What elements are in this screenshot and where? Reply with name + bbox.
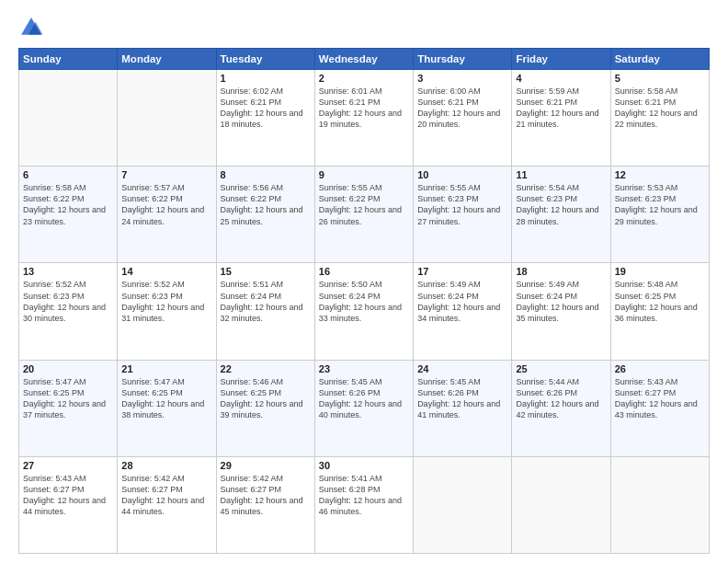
day-number: 9 bbox=[319, 169, 409, 180]
day-info: Sunrise: 5:43 AM Sunset: 6:27 PM Dayligh… bbox=[23, 473, 113, 518]
day-info: Sunrise: 5:47 AM Sunset: 6:25 PM Dayligh… bbox=[121, 376, 211, 421]
day-number: 23 bbox=[319, 363, 409, 374]
calendar-cell bbox=[512, 456, 610, 553]
day-number: 6 bbox=[23, 169, 113, 180]
calendar-cell: 30Sunrise: 5:41 AM Sunset: 6:28 PM Dayli… bbox=[314, 456, 413, 553]
weekday-header-tuesday: Tuesday bbox=[216, 49, 314, 70]
calendar-cell: 20Sunrise: 5:47 AM Sunset: 6:25 PM Dayli… bbox=[19, 360, 118, 456]
day-info: Sunrise: 5:48 AM Sunset: 6:25 PM Dayligh… bbox=[615, 279, 705, 324]
day-info: Sunrise: 5:52 AM Sunset: 6:23 PM Dayligh… bbox=[121, 279, 211, 324]
day-number: 25 bbox=[516, 363, 606, 374]
calendar-cell: 1Sunrise: 6:02 AM Sunset: 6:21 PM Daylig… bbox=[216, 70, 314, 167]
calendar-table: SundayMondayTuesdayWednesdayThursdayFrid… bbox=[18, 48, 710, 554]
calendar-cell: 4Sunrise: 5:59 AM Sunset: 6:21 PM Daylig… bbox=[512, 70, 610, 167]
calendar-cell: 9Sunrise: 5:55 AM Sunset: 6:22 PM Daylig… bbox=[314, 167, 413, 263]
day-info: Sunrise: 5:55 AM Sunset: 6:23 PM Dayligh… bbox=[417, 182, 507, 227]
day-info: Sunrise: 5:43 AM Sunset: 6:27 PM Dayligh… bbox=[615, 376, 705, 421]
day-info: Sunrise: 5:58 AM Sunset: 6:21 PM Dayligh… bbox=[615, 86, 705, 131]
day-number: 13 bbox=[23, 266, 113, 277]
calendar-cell: 6Sunrise: 5:58 AM Sunset: 6:22 PM Daylig… bbox=[19, 167, 118, 263]
day-number: 4 bbox=[516, 73, 606, 84]
calendar-cell: 15Sunrise: 5:51 AM Sunset: 6:24 PM Dayli… bbox=[216, 263, 314, 360]
header bbox=[18, 15, 710, 40]
day-info: Sunrise: 5:52 AM Sunset: 6:23 PM Dayligh… bbox=[23, 279, 113, 324]
logo-icon bbox=[18, 15, 44, 40]
day-info: Sunrise: 5:49 AM Sunset: 6:24 PM Dayligh… bbox=[516, 279, 606, 324]
day-number: 8 bbox=[221, 169, 311, 180]
day-number: 18 bbox=[516, 266, 606, 277]
calendar-cell: 22Sunrise: 5:46 AM Sunset: 6:25 PM Dayli… bbox=[216, 360, 314, 456]
day-info: Sunrise: 5:42 AM Sunset: 6:27 PM Dayligh… bbox=[121, 473, 211, 518]
calendar-week-3: 13Sunrise: 5:52 AM Sunset: 6:23 PM Dayli… bbox=[19, 263, 710, 360]
calendar-cell: 11Sunrise: 5:54 AM Sunset: 6:23 PM Dayli… bbox=[512, 167, 610, 263]
day-info: Sunrise: 5:41 AM Sunset: 6:28 PM Dayligh… bbox=[319, 473, 409, 518]
calendar-cell: 28Sunrise: 5:42 AM Sunset: 6:27 PM Dayli… bbox=[118, 456, 216, 553]
day-info: Sunrise: 5:56 AM Sunset: 6:22 PM Dayligh… bbox=[221, 182, 311, 227]
day-info: Sunrise: 5:57 AM Sunset: 6:22 PM Dayligh… bbox=[121, 182, 211, 227]
day-info: Sunrise: 5:54 AM Sunset: 6:23 PM Dayligh… bbox=[516, 182, 606, 227]
calendar-cell: 13Sunrise: 5:52 AM Sunset: 6:23 PM Dayli… bbox=[19, 263, 118, 360]
day-number: 27 bbox=[23, 460, 113, 471]
calendar-cell: 21Sunrise: 5:47 AM Sunset: 6:25 PM Dayli… bbox=[118, 360, 216, 456]
day-number: 24 bbox=[417, 363, 507, 374]
calendar-cell: 16Sunrise: 5:50 AM Sunset: 6:24 PM Dayli… bbox=[314, 263, 413, 360]
weekday-header-saturday: Saturday bbox=[610, 49, 709, 70]
day-number: 10 bbox=[417, 169, 507, 180]
calendar-week-1: 1Sunrise: 6:02 AM Sunset: 6:21 PM Daylig… bbox=[19, 70, 710, 167]
day-info: Sunrise: 5:59 AM Sunset: 6:21 PM Dayligh… bbox=[516, 86, 606, 131]
day-number: 29 bbox=[221, 460, 311, 471]
calendar-cell: 19Sunrise: 5:48 AM Sunset: 6:25 PM Dayli… bbox=[610, 263, 709, 360]
calendar-cell: 2Sunrise: 6:01 AM Sunset: 6:21 PM Daylig… bbox=[314, 70, 413, 167]
calendar-cell: 8Sunrise: 5:56 AM Sunset: 6:22 PM Daylig… bbox=[216, 167, 314, 263]
day-info: Sunrise: 5:46 AM Sunset: 6:25 PM Dayligh… bbox=[221, 376, 311, 421]
calendar-cell: 27Sunrise: 5:43 AM Sunset: 6:27 PM Dayli… bbox=[19, 456, 118, 553]
day-number: 5 bbox=[615, 73, 705, 84]
calendar-cell: 25Sunrise: 5:44 AM Sunset: 6:26 PM Dayli… bbox=[512, 360, 610, 456]
day-info: Sunrise: 5:44 AM Sunset: 6:26 PM Dayligh… bbox=[516, 376, 606, 421]
calendar-cell: 18Sunrise: 5:49 AM Sunset: 6:24 PM Dayli… bbox=[512, 263, 610, 360]
weekday-header-wednesday: Wednesday bbox=[314, 49, 413, 70]
day-number: 3 bbox=[417, 73, 507, 84]
day-info: Sunrise: 5:53 AM Sunset: 6:23 PM Dayligh… bbox=[615, 182, 705, 227]
calendar-header-row: SundayMondayTuesdayWednesdayThursdayFrid… bbox=[19, 49, 710, 70]
day-number: 17 bbox=[417, 266, 507, 277]
day-info: Sunrise: 5:51 AM Sunset: 6:24 PM Dayligh… bbox=[221, 279, 311, 324]
day-info: Sunrise: 6:00 AM Sunset: 6:21 PM Dayligh… bbox=[417, 86, 507, 131]
day-info: Sunrise: 5:49 AM Sunset: 6:24 PM Dayligh… bbox=[417, 279, 507, 324]
calendar-cell: 10Sunrise: 5:55 AM Sunset: 6:23 PM Dayli… bbox=[414, 167, 512, 263]
weekday-header-sunday: Sunday bbox=[19, 49, 118, 70]
calendar-cell: 26Sunrise: 5:43 AM Sunset: 6:27 PM Dayli… bbox=[610, 360, 709, 456]
day-info: Sunrise: 6:01 AM Sunset: 6:21 PM Dayligh… bbox=[319, 86, 409, 131]
day-info: Sunrise: 5:45 AM Sunset: 6:26 PM Dayligh… bbox=[319, 376, 409, 421]
day-info: Sunrise: 5:42 AM Sunset: 6:27 PM Dayligh… bbox=[221, 473, 311, 518]
day-info: Sunrise: 5:47 AM Sunset: 6:25 PM Dayligh… bbox=[23, 376, 113, 421]
day-number: 1 bbox=[221, 73, 311, 84]
day-number: 19 bbox=[615, 266, 705, 277]
weekday-header-thursday: Thursday bbox=[414, 49, 512, 70]
day-number: 11 bbox=[516, 169, 606, 180]
calendar-cell: 24Sunrise: 5:45 AM Sunset: 6:26 PM Dayli… bbox=[414, 360, 512, 456]
calendar-cell: 5Sunrise: 5:58 AM Sunset: 6:21 PM Daylig… bbox=[610, 70, 709, 167]
logo bbox=[18, 15, 46, 40]
calendar-cell bbox=[118, 70, 216, 167]
day-number: 21 bbox=[121, 363, 211, 374]
day-number: 12 bbox=[615, 169, 705, 180]
calendar-cell: 29Sunrise: 5:42 AM Sunset: 6:27 PM Dayli… bbox=[216, 456, 314, 553]
day-number: 22 bbox=[221, 363, 311, 374]
day-number: 30 bbox=[319, 460, 409, 471]
calendar-cell: 17Sunrise: 5:49 AM Sunset: 6:24 PM Dayli… bbox=[414, 263, 512, 360]
day-number: 16 bbox=[319, 266, 409, 277]
day-number: 2 bbox=[319, 73, 409, 84]
day-info: Sunrise: 5:58 AM Sunset: 6:22 PM Dayligh… bbox=[23, 182, 113, 227]
page: SundayMondayTuesdayWednesdayThursdayFrid… bbox=[0, 0, 728, 563]
calendar-week-5: 27Sunrise: 5:43 AM Sunset: 6:27 PM Dayli… bbox=[19, 456, 710, 553]
calendar-cell bbox=[610, 456, 709, 553]
day-info: Sunrise: 5:45 AM Sunset: 6:26 PM Dayligh… bbox=[417, 376, 507, 421]
day-number: 20 bbox=[23, 363, 113, 374]
day-number: 15 bbox=[221, 266, 311, 277]
calendar-cell bbox=[19, 70, 118, 167]
day-info: Sunrise: 5:55 AM Sunset: 6:22 PM Dayligh… bbox=[319, 182, 409, 227]
calendar-cell: 23Sunrise: 5:45 AM Sunset: 6:26 PM Dayli… bbox=[314, 360, 413, 456]
day-info: Sunrise: 5:50 AM Sunset: 6:24 PM Dayligh… bbox=[319, 279, 409, 324]
day-info: Sunrise: 6:02 AM Sunset: 6:21 PM Dayligh… bbox=[221, 86, 311, 131]
